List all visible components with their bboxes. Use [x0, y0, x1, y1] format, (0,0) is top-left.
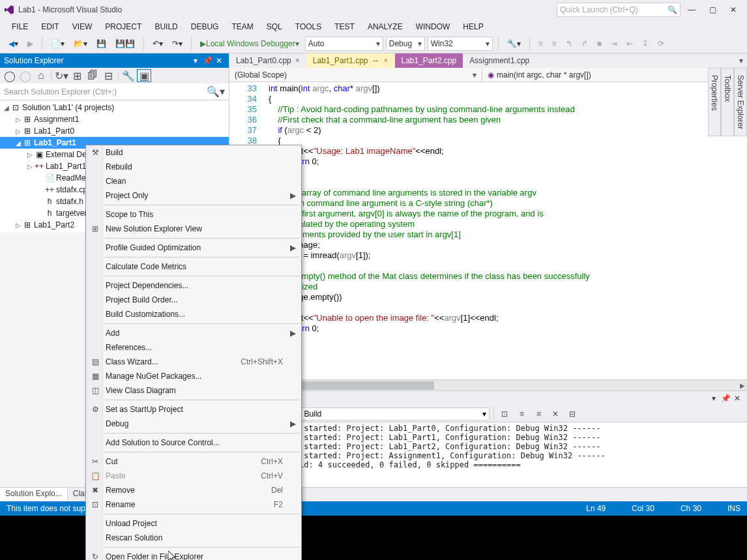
menu-view[interactable]: VIEW — [66, 21, 99, 33]
home-icon[interactable]: ⌂ — [34, 69, 48, 82]
save-all-button[interactable]: 💾💾 — [112, 37, 138, 51]
panel-pin-button[interactable]: 📌 — [201, 56, 213, 65]
tab-part1[interactable]: Lab1_Part1.cpp↔× — [306, 53, 395, 68]
quick-launch-input[interactable]: Quick Launch (Ctrl+Q) 🔍 — [557, 3, 681, 17]
platform-select[interactable]: Win32▾ — [428, 37, 493, 51]
ctx-calculate-code-metrics[interactable]: Calculate Code Metrics — [86, 259, 301, 274]
output-dropdown[interactable]: ▾ — [708, 394, 720, 403]
config-select[interactable]: Auto▾ — [305, 37, 383, 51]
menu-file[interactable]: FILE — [5, 21, 35, 33]
ctx-open-folder-in-file-explorer[interactable]: ↻Open Folder in File Explorer — [86, 550, 301, 560]
find-icon[interactable]: ⊡ — [498, 407, 511, 420]
process-button[interactable]: 🔧▾ — [504, 37, 524, 51]
ctx-references-[interactable]: References... — [86, 340, 301, 355]
close-button[interactable]: ✕ — [724, 3, 743, 16]
menu-debug[interactable]: DEBUG — [184, 21, 226, 33]
cursor-button[interactable]: ↧ — [639, 37, 652, 51]
output-close[interactable]: ✕ — [731, 394, 743, 403]
step-out-button[interactable]: ↰ — [563, 37, 576, 51]
output-text[interactable]: 1>------ Build started: Project: Lab1_Pa… — [229, 422, 747, 487]
output-pin[interactable]: 📌 — [720, 394, 731, 403]
maximize-button[interactable]: ▢ — [703, 3, 722, 16]
ctx-class-wizard-[interactable]: ▤Class Wizard...Ctrl+Shift+X — [86, 355, 301, 369]
ctx-project-build-order-[interactable]: Project Build Order... — [86, 293, 301, 307]
menu-help[interactable]: HELP — [456, 21, 490, 33]
step-over-button[interactable]: ↱ — [578, 37, 591, 51]
tab-assignment1[interactable]: Assignment1.cpp — [463, 53, 536, 68]
ctx-rescan-solution[interactable]: Rescan Solution — [86, 531, 301, 545]
clear-icon[interactable]: ✕ — [549, 407, 562, 420]
preview-icon[interactable]: ▣ — [137, 69, 151, 82]
ctx-project-only[interactable]: Project Only▶ — [86, 188, 301, 203]
wrap-icon[interactable]: ⊟ — [566, 407, 579, 420]
tab-properties[interactable]: Properties — [708, 68, 721, 136]
indent-button[interactable]: ≡ — [535, 37, 546, 51]
solution-node[interactable]: ◢⊡Solution 'Lab1' (4 projects) — [0, 102, 229, 113]
menu-team[interactable]: TEAM — [225, 21, 259, 33]
open-button[interactable]: 📂▾ — [70, 37, 91, 51]
ctx-view-class-diagram[interactable]: ◫View Class Diagram — [86, 383, 301, 398]
save-button[interactable]: 💾 — [93, 37, 110, 51]
menu-build[interactable]: BUILD — [148, 21, 184, 33]
ctx-debug[interactable]: Debug▶ — [86, 417, 301, 431]
tab-part2-preview[interactable]: Lab1_Part2.cpp — [395, 53, 463, 68]
step-into-button[interactable]: ⇥ — [608, 37, 621, 51]
scroll-right-arrow[interactable]: ▶ — [738, 380, 747, 391]
horizontal-scrollbar[interactable]: ◀ ▶ — [229, 379, 747, 391]
output-source-select[interactable]: Build▾ — [300, 407, 490, 420]
sync-icon[interactable]: ↻▾ — [54, 69, 68, 82]
ctx-unload-project[interactable]: Unload Project — [86, 516, 301, 531]
menu-edit[interactable]: EDIT — [35, 21, 65, 33]
pin-icon[interactable]: ↔ — [372, 56, 379, 65]
back-icon[interactable]: ◯ — [3, 69, 17, 82]
menu-analyze[interactable]: ANALYZE — [361, 21, 409, 33]
step-button[interactable]: ⇤ — [623, 37, 636, 51]
tab-part0[interactable]: Lab1_Part0.cpp× — [229, 53, 306, 68]
ctx-add-solution-to-source-control-[interactable]: Add Solution to Source Control... — [86, 435, 301, 450]
project-assignment1[interactable]: ▷⊞Assignment1 — [0, 113, 229, 125]
fwd-icon[interactable]: ◯ — [18, 69, 33, 82]
ctx-scope-to-this[interactable]: Scope to This — [86, 207, 301, 222]
showall-icon[interactable]: ⊞ — [70, 69, 84, 82]
tab-menu-button[interactable]: ▾ — [739, 56, 743, 65]
indent2-button[interactable]: ≡ — [549, 37, 560, 51]
undo-button[interactable]: ↶▾ — [149, 37, 166, 51]
scope-right-select[interactable]: ◉main(int argc, char * argv[])▾ — [482, 68, 735, 81]
ctx-add[interactable]: Add▶ — [86, 326, 301, 340]
menu-tools[interactable]: TOOLS — [289, 21, 328, 33]
scope-left-select[interactable]: (Global Scope)▾ — [229, 68, 482, 81]
ctx-rebuild[interactable]: Rebuild — [86, 160, 301, 174]
nav-fwd-button[interactable]: ▶ — [24, 37, 37, 51]
stop-button[interactable]: ■ — [594, 37, 605, 51]
menu-window[interactable]: WINDOW — [409, 21, 457, 33]
solution-search-input[interactable] — [4, 87, 207, 96]
panel-close-button[interactable]: ✕ — [213, 56, 225, 65]
tab-toolbox[interactable]: Toolbox — [721, 68, 734, 136]
new-project-button[interactable]: 📄▾ — [48, 37, 68, 51]
ctx-build[interactable]: ⚒Build — [86, 145, 301, 160]
nav-back-button[interactable]: ◀▾ — [5, 37, 22, 51]
ctx-new-solution-explorer-view[interactable]: ⊞New Solution Explorer View — [86, 222, 301, 236]
tab-solution-explorer[interactable]: Solution Explo... — [0, 488, 68, 501]
ctx-set-as-startup-project[interactable]: ⚙Set as StartUp Project — [86, 402, 301, 417]
project-lab1-part0[interactable]: ▷⊞Lab1_Part0 — [0, 125, 229, 137]
ctx-build-customizations-[interactable]: Build Customizations... — [86, 307, 301, 321]
menu-sql[interactable]: SQL — [260, 21, 289, 33]
tab-server-explorer[interactable]: Server Explorer — [734, 68, 747, 136]
menu-test[interactable]: TEST — [328, 21, 361, 33]
ctx-clean[interactable]: Clean — [86, 174, 301, 188]
solution-search[interactable]: 🔍▾ — [0, 83, 229, 100]
minimize-button[interactable]: — — [682, 3, 701, 16]
menu-project[interactable]: PROJECT — [98, 21, 148, 33]
collapse-icon[interactable]: ⊟ — [101, 69, 115, 82]
ctx-cut[interactable]: ✂CutCtrl+X — [86, 454, 301, 469]
properties-icon[interactable]: 🔧 — [121, 69, 136, 82]
ctx-project-dependencies-[interactable]: Project Dependencies... — [86, 278, 301, 293]
panel-dropdown-button[interactable]: ▾ — [190, 56, 201, 65]
run-button[interactable]: ⟳ — [654, 37, 667, 51]
redo-button[interactable]: ↷▾ — [169, 37, 186, 51]
code-body[interactable]: int main(int argc, char* argv[]){ //Tip … — [269, 82, 747, 379]
goto-icon[interactable]: ≡ — [515, 407, 528, 420]
close-icon[interactable]: × — [383, 56, 388, 65]
ctx-remove[interactable]: ✖RemoveDel — [86, 483, 301, 497]
